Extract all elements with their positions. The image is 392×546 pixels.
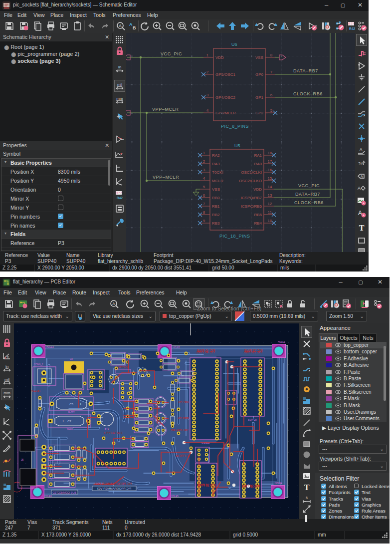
svg-text:+: + xyxy=(363,202,365,205)
svg-text:PIC PROGRAMMER V03: PIC PROGRAMMER V03 xyxy=(97,487,131,490)
svg-text:GP4/OSC2: GP4/OSC2 xyxy=(215,95,236,100)
svg-text:13V SUPPLY: 13V SUPPLY xyxy=(103,431,123,435)
svg-text:7: 7 xyxy=(270,70,273,74)
svg-text:GP2: GP2 xyxy=(255,111,264,115)
svg-text:PIC 40 PINS: PIC 40 PINS xyxy=(196,349,215,352)
svg-text:θ: θ xyxy=(7,355,9,358)
svg-text:6: 6 xyxy=(203,193,205,198)
svg-text:in: in xyxy=(118,65,121,69)
svg-text:1: 1 xyxy=(206,53,209,57)
svg-text:GP0: GP0 xyxy=(255,72,264,77)
svg-text:mil: mil xyxy=(117,82,122,87)
svg-text:4: 4 xyxy=(206,108,209,113)
svg-text:14: 14 xyxy=(268,185,272,189)
svg-text:T: T xyxy=(304,483,310,492)
svg-text:RA0: RA0 xyxy=(254,162,262,166)
svg-text:+: + xyxy=(62,419,64,424)
svg-text:GP3/MCLR: GP3/MCLR xyxy=(215,111,236,115)
svg-text:mil: mil xyxy=(4,377,9,382)
svg-text:8: 8 xyxy=(270,53,273,57)
svg-text:PIC_8_PINS: PIC_8_PINS xyxy=(221,124,249,129)
svg-text:4: 4 xyxy=(203,176,205,181)
svg-text:HOLE4: HOLE4 xyxy=(275,482,282,485)
svg-text:RA2: RA2 xyxy=(212,153,220,158)
svg-text:A: A xyxy=(358,186,361,191)
svg-text:B: B xyxy=(133,25,136,30)
svg-text:A: A xyxy=(129,22,133,27)
svg-text:C5: C5 xyxy=(69,403,73,406)
svg-text:RB2: RB2 xyxy=(212,213,220,217)
svg-text:OSC2/CLKO: OSC2/CLKO xyxy=(239,179,262,183)
svg-text:PIC 18 PINS: PIC 18 PINS xyxy=(242,484,259,487)
svg-text:A: A xyxy=(112,301,115,306)
svg-text:HOLE1: HOLE1 xyxy=(278,341,285,343)
svg-text:PIC 28 PINS: PIC 28 PINS xyxy=(244,349,263,352)
svg-text:U6: U6 xyxy=(231,42,237,47)
svg-text:15: 15 xyxy=(268,176,272,181)
svg-text:T0CKI: T0CKI xyxy=(212,170,223,175)
svg-text:R??: R?? xyxy=(348,22,354,25)
svg-text:SUPP28: SUPP28 xyxy=(248,419,257,421)
svg-text:220uF: 220uF xyxy=(66,428,72,430)
svg-text:OSC1/CLKI: OSC1/CLKI xyxy=(241,170,262,175)
svg-text:T: T xyxy=(359,224,365,232)
svg-text:13: 13 xyxy=(268,193,272,198)
svg-text:HOLE3: HOLE3 xyxy=(46,346,54,348)
svg-text:GP5/OSC1: GP5/OSC1 xyxy=(215,72,236,77)
svg-text:8: 8 xyxy=(203,210,205,215)
svg-text:VPP–MCLR: VPP–MCLR xyxy=(153,175,179,180)
svg-text:mm: mm xyxy=(116,96,123,101)
svg-text:2: 2 xyxy=(203,159,205,164)
svg-text:RB1: RB1 xyxy=(212,204,220,209)
svg-text:PIC_18_PINS: PIC_18_PINS xyxy=(219,234,250,239)
svg-text:A: A xyxy=(119,23,122,28)
svg-text:5: 5 xyxy=(270,108,273,113)
svg-text:+: + xyxy=(79,402,82,407)
svg-text:CONN_2: CONN_2 xyxy=(34,363,43,366)
svg-text:RA3: RA3 xyxy=(212,162,220,166)
svg-text:12: 12 xyxy=(268,202,272,206)
svg-text:1: 1 xyxy=(203,151,205,155)
svg-text:RA1: RA1 xyxy=(254,153,262,158)
svg-text:HOLE6: HOLE6 xyxy=(44,495,52,498)
svg-text:HOLE2: HOLE2 xyxy=(173,346,180,349)
svg-text:PIC PROGRAMMER V03: PIC PROGRAMMER V03 xyxy=(95,482,132,486)
svg-text:+5/12V: +5/12V xyxy=(31,389,41,392)
svg-text:16: 16 xyxy=(268,168,272,172)
svg-text:+: + xyxy=(363,214,365,217)
svg-text:A: A xyxy=(360,147,363,152)
svg-text:5: 5 xyxy=(203,185,205,189)
svg-text:R42: R42 xyxy=(349,26,355,30)
svg-text:R??: R?? xyxy=(116,191,122,195)
svg-text:ICSPC/RB6: ICSPC/RB6 xyxy=(241,204,262,209)
svg-text:5: 5 xyxy=(306,496,308,500)
svg-text:in: in xyxy=(5,364,8,369)
svg-text:RB5: RB5 xyxy=(254,213,262,217)
svg-text:R42: R42 xyxy=(117,196,123,199)
svg-text:PIC 16 PINS: PIC 16 PINS xyxy=(197,483,214,486)
svg-text:CLOCK–RB6: CLOCK–RB6 xyxy=(293,91,323,96)
svg-text:3: 3 xyxy=(206,93,209,97)
svg-text:220uF: 220uF xyxy=(68,411,74,414)
svg-text:PRG ON: PRG ON xyxy=(178,417,189,420)
svg-text:CLOCK–RB6: CLOCK–RB6 xyxy=(294,200,324,205)
svg-text:RB4: RB4 xyxy=(254,221,262,226)
svg-text:VDD: VDD xyxy=(253,187,262,192)
svg-text:U2: U2 xyxy=(70,358,73,360)
svg-text:3: 3 xyxy=(203,168,205,172)
svg-text:VPP–MCLR: VPP–MCLR xyxy=(152,107,179,112)
svg-text:2: 2 xyxy=(206,70,209,74)
svg-text:9: 9 xyxy=(203,219,205,223)
svg-text:IC PROM: IC PROM xyxy=(176,454,190,458)
svg-text:VSS: VSS xyxy=(255,55,263,60)
svg-text:DATA–RB7: DATA–RB7 xyxy=(295,192,320,197)
svg-text:VSS: VSS xyxy=(212,187,220,192)
svg-text:GP1: GP1 xyxy=(255,95,264,100)
svg-text:DATA–RB7: DATA–RB7 xyxy=(293,68,318,73)
svg-text:ICSPD/RB7: ICSPD/RB7 xyxy=(241,196,262,200)
svg-text:6: 6 xyxy=(270,93,273,97)
svg-text:A: A xyxy=(361,175,363,178)
svg-text:KEY ON: KEY ON xyxy=(178,401,189,404)
svg-text:11: 11 xyxy=(268,210,272,215)
svg-text:7: 7 xyxy=(203,202,205,206)
